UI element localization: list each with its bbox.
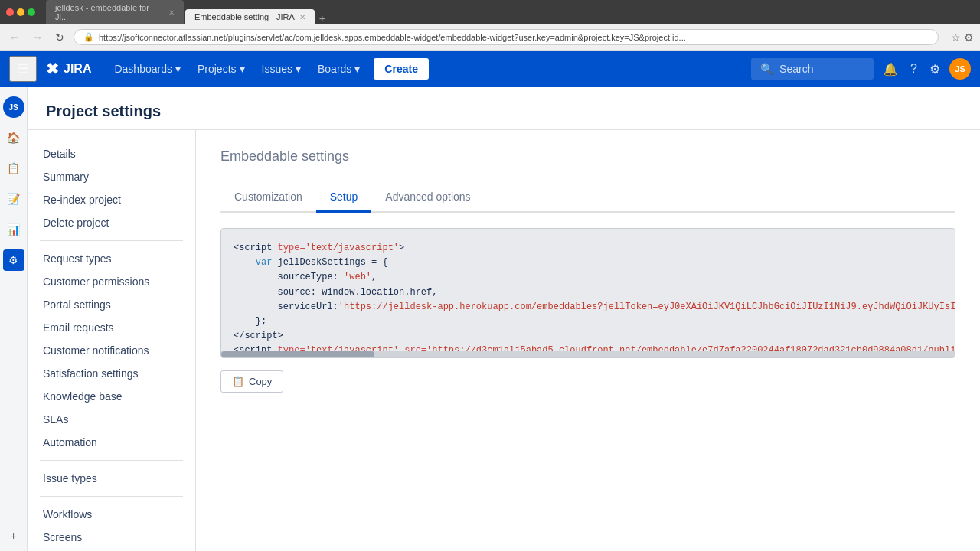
- copy-icon: 📋: [232, 376, 244, 387]
- nav-issues-arrow: ▾: [296, 63, 301, 75]
- sidenav-delete[interactable]: Delete project: [28, 211, 195, 234]
- browser-back-btn[interactable]: ←: [6, 30, 23, 45]
- sidenav-satisfaction[interactable]: Satisfaction settings: [28, 362, 195, 385]
- sidenav-customer-notifications[interactable]: Customer notifications: [28, 339, 195, 362]
- minimize-window-btn[interactable]: [17, 8, 24, 16]
- sidenav-divider-1: [40, 240, 183, 241]
- nav-boards-arrow: ▾: [354, 63, 360, 75]
- sidenav-screens[interactable]: Screens: [28, 526, 195, 549]
- jira-logo[interactable]: ✖ JIRA: [40, 57, 97, 81]
- nav-projects[interactable]: Projects ▾: [190, 60, 253, 78]
- main-layout: JS 🏠 📋 📝 📊 ⚙ + Project settings Details …: [0, 87, 980, 551]
- sidenav-reindex[interactable]: Re-index project: [28, 188, 195, 211]
- tabs-bar: Customization Setup Advanced options: [220, 183, 956, 213]
- new-tab-btn[interactable]: +: [319, 12, 325, 24]
- browser-chrome: jelldesk - embeddable for Ji... ✕ Embedd…: [0, 0, 980, 24]
- code-container: <script type='text/javascript'> var jell…: [220, 228, 956, 358]
- icon-bar-home[interactable]: 🏠: [3, 127, 24, 148]
- nav-menu: Dashboards ▾ Projects ▾ Issues ▾ Boards …: [106, 60, 368, 78]
- copy-button[interactable]: 📋 Copy: [220, 370, 283, 393]
- tab-2-close[interactable]: ✕: [299, 13, 305, 21]
- browser-tab-2[interactable]: Embeddable setting - JIRA ✕: [185, 9, 315, 24]
- jira-logo-icon: ✖: [46, 60, 59, 78]
- nav-issues-label: Issues: [262, 63, 292, 75]
- sidenav-summary[interactable]: Summary: [28, 165, 195, 188]
- notifications-btn[interactable]: 🔔: [880, 59, 901, 80]
- help-btn[interactable]: ?: [907, 59, 920, 79]
- nav-dashboards-arrow: ▾: [175, 63, 181, 75]
- address-bar[interactable]: 🔒 https://jsoftconnector.atlassian.net/p…: [74, 29, 939, 45]
- nav-boards-label: Boards: [318, 63, 351, 75]
- page-title: Project settings: [46, 103, 962, 120]
- side-nav: Details Summary Re-index project Delete …: [28, 130, 196, 551]
- nav-projects-label: Projects: [198, 63, 237, 75]
- window-controls: [6, 8, 35, 16]
- jira-logo-text: JIRA: [64, 62, 91, 76]
- sidenav-divider-2: [40, 460, 183, 461]
- page-header: Project settings: [28, 87, 980, 130]
- section-title: Embeddable settings: [220, 148, 956, 165]
- nav-right: 🔍 Search 🔔 ? ⚙ JS: [751, 58, 971, 80]
- address-text: https://jsoftconnector.atlassian.net/plu…: [99, 33, 686, 42]
- close-window-btn[interactable]: [6, 8, 14, 16]
- icon-bar-reports[interactable]: 📊: [3, 219, 24, 240]
- tab-customization[interactable]: Customization: [220, 183, 316, 213]
- nav-boards[interactable]: Boards ▾: [310, 60, 368, 78]
- tab-1-label: jelldesk - embeddable for Ji...: [55, 3, 164, 21]
- address-actions: ☆ ⚙: [951, 31, 974, 44]
- code-block[interactable]: <script type='text/javascript'> var jell…: [221, 229, 955, 351]
- tab-setup[interactable]: Setup: [316, 183, 372, 213]
- create-btn[interactable]: Create: [374, 58, 429, 80]
- copy-label: Copy: [249, 376, 272, 387]
- sidenav-knowledge-base[interactable]: Knowledge base: [28, 385, 195, 408]
- project-avatar[interactable]: JS: [3, 96, 24, 118]
- nav-issues[interactable]: Issues ▾: [254, 60, 309, 78]
- sidenav-portal-settings[interactable]: Portal settings: [28, 293, 195, 316]
- browser-forward-btn[interactable]: →: [29, 30, 46, 45]
- browser-tab-1[interactable]: jelldesk - embeddable for Ji... ✕: [46, 0, 184, 24]
- hamburger-menu-btn[interactable]: ☰: [9, 56, 37, 82]
- search-bar[interactable]: 🔍 Search: [751, 58, 874, 80]
- sidenav-workflows[interactable]: Workflows: [28, 503, 195, 526]
- code-scrollbar-thumb[interactable]: [221, 351, 374, 357]
- sidenav-slas[interactable]: SLAs: [28, 408, 195, 431]
- sidenav-divider-3: [40, 496, 183, 497]
- browser-reload-btn[interactable]: ↻: [52, 30, 67, 45]
- tab-1-close[interactable]: ✕: [168, 8, 175, 17]
- left-icon-bar: JS 🏠 📋 📝 📊 ⚙ +: [0, 87, 28, 551]
- sidenav-details[interactable]: Details: [28, 142, 195, 165]
- tab-2-label: Embeddable setting - JIRA: [194, 12, 295, 21]
- search-icon: 🔍: [760, 63, 773, 75]
- secure-icon: 🔒: [83, 32, 94, 42]
- icon-bar-board[interactable]: 📋: [3, 158, 24, 179]
- main-content: Embeddable settings Customization Setup …: [196, 130, 980, 551]
- sidenav-request-types[interactable]: Request types: [28, 247, 195, 270]
- nav-dashboards[interactable]: Dashboards ▾: [106, 60, 188, 78]
- bookmark-btn[interactable]: ☆: [951, 31, 961, 44]
- content-wrapper: Project settings Details Summary Re-inde…: [28, 87, 980, 551]
- settings-btn[interactable]: ⚙: [926, 59, 943, 80]
- user-avatar[interactable]: JS: [949, 58, 971, 80]
- nav-dashboards-label: Dashboards: [114, 63, 172, 75]
- sidenav-customer-permissions[interactable]: Customer permissions: [28, 270, 195, 293]
- sidenav-issue-types[interactable]: Issue types: [28, 467, 195, 490]
- code-scrollbar[interactable]: [221, 351, 955, 357]
- maximize-window-btn[interactable]: [28, 8, 35, 16]
- body-with-nav: Details Summary Re-index project Delete …: [28, 130, 980, 551]
- sidenav-email-requests[interactable]: Email requests: [28, 316, 195, 339]
- sidenav-automation[interactable]: Automation: [28, 431, 195, 454]
- icon-bar-backlog[interactable]: 📝: [3, 188, 24, 210]
- nav-projects-arrow: ▾: [240, 63, 245, 75]
- address-bar-row: ← → ↻ 🔒 https://jsoftconnector.atlassian…: [0, 24, 980, 51]
- icon-bar-more[interactable]: +: [3, 530, 24, 551]
- avatar-initials: JS: [955, 64, 965, 73]
- tab-advanced-options[interactable]: Advanced options: [371, 183, 484, 213]
- icon-bar-settings[interactable]: ⚙: [3, 249, 24, 271]
- browser-tabs: jelldesk - embeddable for Ji... ✕ Embedd…: [46, 0, 974, 24]
- extensions-btn[interactable]: ⚙: [964, 31, 974, 44]
- search-placeholder: Search: [779, 63, 813, 75]
- top-navigation: ☰ ✖ JIRA Dashboards ▾ Projects ▾ Issues …: [0, 51, 980, 87]
